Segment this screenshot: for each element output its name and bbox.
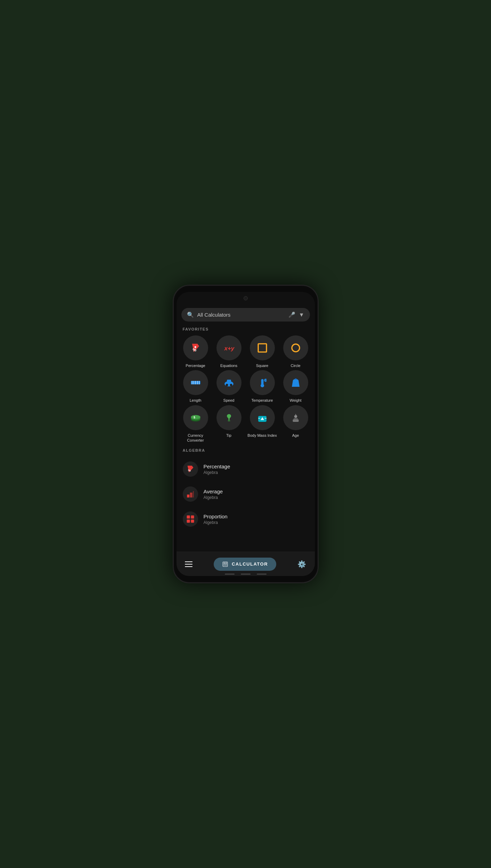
list-average-icon <box>183 486 198 502</box>
speed-icon-circle <box>216 370 242 395</box>
age-label: Age <box>292 433 299 438</box>
tip-icon-circle <box>216 405 242 430</box>
currency-icon-circle: $ <box>183 405 208 430</box>
svg-rect-13 <box>227 380 231 383</box>
list-item-percentage[interactable]: % Percentage Algebra <box>177 457 315 482</box>
list-item-average[interactable]: Average Algebra <box>177 482 315 507</box>
volume-down-btn[interactable] <box>173 353 173 367</box>
speed-label: Speed <box>223 398 235 403</box>
favorite-bmi[interactable]: Body Mass Index <box>247 405 278 443</box>
camera-dot <box>244 296 248 300</box>
favorite-equations[interactable]: x+y Equations <box>213 335 245 368</box>
svg-rect-42 <box>187 520 190 523</box>
list-percentage-svg: % <box>186 464 195 474</box>
percentage-label: Percentage <box>186 363 205 368</box>
equations-icon: x+y <box>223 342 235 354</box>
list-item-proportion[interactable]: Proportion Algebra <box>177 507 315 532</box>
currency-icon: $ <box>190 412 202 424</box>
scroll-content[interactable]: 🔍 All Calculators 🎤 ▼ FAVORITES % <box>177 304 315 576</box>
percentage-icon-circle: % <box>183 335 208 360</box>
weight-label: Weight <box>289 398 301 403</box>
dropdown-arrow-icon[interactable]: ▼ <box>299 312 304 318</box>
list-proportion-title: Proportion <box>204 514 228 519</box>
svg-rect-39 <box>193 491 194 498</box>
equations-icon-circle: x+y <box>216 335 242 360</box>
svg-rect-22 <box>295 378 296 379</box>
calculator-button-label: CALCULATOR <box>232 561 268 567</box>
weight-icon <box>290 377 302 389</box>
favorite-tip[interactable]: Tip <box>213 405 245 443</box>
search-input[interactable]: All Calculators <box>197 312 285 318</box>
favorite-currency[interactable]: $ Currency Converter <box>180 405 211 443</box>
weight-icon-circle <box>283 370 308 395</box>
list-percentage-subtitle: Algebra <box>204 470 230 475</box>
favorite-temperature[interactable]: Temperature <box>247 370 278 403</box>
favorite-length[interactable]: Length <box>180 370 211 403</box>
svg-rect-43 <box>191 520 194 523</box>
length-label: Length <box>190 398 202 403</box>
temperature-icon <box>256 377 268 389</box>
favorite-percentage[interactable]: % Percentage <box>180 335 211 368</box>
nav-dot-3 <box>257 574 267 575</box>
temperature-label: Temperature <box>252 398 273 403</box>
list-average-subtitle: Algebra <box>204 495 223 500</box>
power-btn[interactable] <box>318 341 319 360</box>
list-percentage-icon: % <box>183 461 198 477</box>
list-proportion-icon <box>183 511 198 527</box>
svg-rect-50 <box>225 565 226 566</box>
svg-rect-46 <box>223 564 224 565</box>
length-icon <box>190 377 202 389</box>
svg-rect-27 <box>228 420 230 421</box>
search-bar[interactable]: 🔍 All Calculators 🎤 ▼ <box>181 308 310 322</box>
favorite-speed[interactable]: Speed <box>213 370 245 403</box>
bottom-bar: CALCULATOR ⚙️ <box>177 552 315 576</box>
percentage-icon: % <box>190 342 202 354</box>
circle-icon-circle <box>283 335 308 360</box>
search-icon: 🔍 <box>187 311 194 318</box>
svg-rect-52 <box>226 562 227 563</box>
volume-up-btn[interactable] <box>173 334 173 348</box>
tip-label: Tip <box>226 433 231 438</box>
svg-point-14 <box>226 384 228 386</box>
list-average-title: Average <box>204 489 223 494</box>
svg-text:%: % <box>188 469 191 472</box>
favorite-age[interactable]: Age <box>280 405 311 443</box>
microphone-icon[interactable]: 🎤 <box>288 311 295 318</box>
nav-dot-1 <box>225 574 235 575</box>
svg-point-5 <box>292 344 299 352</box>
favorite-weight[interactable]: Weight <box>280 370 311 403</box>
favorite-circle[interactable]: Circle <box>280 335 311 368</box>
svg-rect-51 <box>226 565 227 566</box>
svg-rect-48 <box>226 564 227 565</box>
nav-indicators <box>177 574 315 575</box>
nav-dot-2 <box>241 574 251 575</box>
bmi-icon <box>256 412 268 424</box>
svg-rect-40 <box>187 516 190 519</box>
camera-area <box>177 292 315 304</box>
svg-rect-4 <box>258 344 267 352</box>
tip-icon <box>223 412 235 424</box>
svg-rect-45 <box>223 562 225 563</box>
list-percentage-text: Percentage Algebra <box>204 464 230 475</box>
svg-rect-47 <box>225 564 226 565</box>
menu-button[interactable] <box>185 561 193 567</box>
favorite-square[interactable]: Square <box>247 335 278 368</box>
calculator-button[interactable]: CALCULATOR <box>214 558 276 571</box>
svg-rect-49 <box>223 565 224 566</box>
age-icon-circle <box>283 405 308 430</box>
length-icon-circle <box>183 370 208 395</box>
speed-icon <box>223 377 235 389</box>
age-icon <box>290 412 302 424</box>
list-proportion-text: Proportion Algebra <box>204 514 228 525</box>
settings-button[interactable]: ⚙️ <box>297 560 306 568</box>
svg-rect-32 <box>294 418 298 420</box>
list-proportion-subtitle: Algebra <box>204 520 228 525</box>
equations-label: Equations <box>220 363 237 368</box>
svg-point-17 <box>260 384 264 387</box>
svg-point-33 <box>294 415 297 418</box>
list-average-text: Average Algebra <box>204 489 223 500</box>
svg-point-15 <box>230 384 232 386</box>
circle-icon <box>290 342 302 354</box>
favorites-section-label: FAVORITES <box>177 327 315 335</box>
svg-rect-41 <box>191 516 194 519</box>
